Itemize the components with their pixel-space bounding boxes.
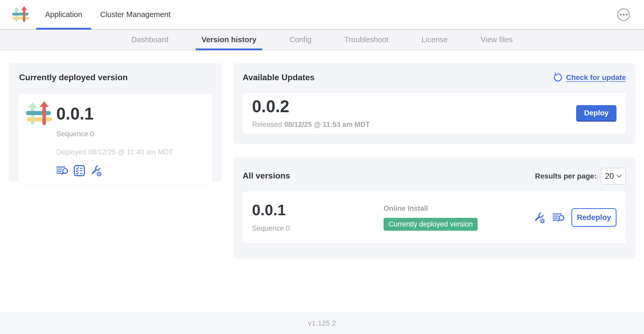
- check-for-update-link[interactable]: Check for update: [553, 73, 626, 82]
- app-logo-icon: [12, 6, 29, 23]
- main-content: Currently deployed version 0.0.1 Sequenc…: [0, 50, 644, 312]
- row-sequence: Sequence 0: [252, 224, 384, 233]
- deploy-button[interactable]: Deploy: [576, 105, 616, 122]
- update-row: 0.0.2 Released08/12/25 @ 11:53 am MDT De…: [243, 93, 626, 134]
- app-subnav: Dashboard Version history Config Trouble…: [0, 30, 644, 50]
- deployed-version-number: 0.0.1: [56, 105, 173, 122]
- ellipsis-icon: [620, 14, 621, 15]
- tab-application[interactable]: Application: [36, 0, 91, 29]
- install-type: Online Install: [384, 204, 534, 213]
- deployed-card-title: Currently deployed version: [19, 73, 212, 82]
- release-notes-icon: [56, 165, 68, 176]
- tab-license[interactable]: License: [416, 30, 454, 50]
- preflight-checks-button[interactable]: [74, 165, 85, 176]
- results-per-page-select[interactable]: 20: [601, 168, 626, 185]
- redeploy-button[interactable]: Redeploy: [571, 208, 616, 227]
- currently-deployed-badge: Currently deployed version: [384, 218, 478, 231]
- app-logo-icon: [26, 101, 52, 127]
- edit-config-icon: [534, 212, 546, 224]
- top-navbar: Application Cluster Management: [0, 0, 644, 30]
- edit-config-icon: [90, 165, 102, 177]
- deployed-version-panel: 0.0.1 Sequence 0 Deployed 08/12/25 @ 11:…: [18, 94, 212, 184]
- edit-config-button[interactable]: [534, 212, 546, 224]
- version-row-actions: Redeploy: [534, 208, 616, 227]
- console-version: v1.125.2: [308, 319, 336, 327]
- deployed-timestamp: Deployed 08/12/25 @ 11:40 am MDT: [56, 148, 173, 156]
- results-per-page: Results per page: 20: [535, 168, 626, 185]
- all-versions-card: All versions Results per page: 20 0.0.1 …: [233, 157, 635, 258]
- results-per-page-value: 20: [605, 171, 614, 181]
- preflight-checks-icon: [74, 165, 85, 176]
- release-notes-icon: [553, 212, 565, 223]
- results-per-page-label: Results per page:: [535, 172, 597, 180]
- tab-cluster-management[interactable]: Cluster Management: [91, 0, 179, 29]
- version-row-status: Online Install Currently deployed versio…: [384, 204, 534, 231]
- app-logo: [12, 0, 29, 29]
- edit-config-button[interactable]: [90, 165, 102, 177]
- available-updates-card: Available Updates Check for update 0.0.2: [233, 63, 635, 144]
- update-version-number: 0.0.2: [252, 98, 370, 115]
- version-row-info: 0.0.1 Sequence 0: [252, 202, 384, 233]
- deployed-actions: [56, 165, 173, 177]
- version-row: 0.0.1 Sequence 0 Online Install Currentl…: [243, 191, 626, 244]
- tab-config[interactable]: Config: [284, 30, 317, 50]
- release-notes-button[interactable]: [553, 212, 565, 223]
- available-updates-title: Available Updates: [243, 73, 314, 82]
- update-info: 0.0.2 Released08/12/25 @ 11:53 am MDT: [252, 98, 370, 129]
- update-released-line: Released08/12/25 @ 11:53 am MDT: [252, 121, 370, 129]
- all-versions-title: All versions: [243, 171, 290, 181]
- tab-view-files[interactable]: View files: [475, 30, 519, 50]
- deployed-version-info: 0.0.1 Sequence 0 Deployed 08/12/25 @ 11:…: [56, 101, 173, 177]
- tab-dashboard[interactable]: Dashboard: [125, 30, 174, 50]
- footer: v1.125.2: [0, 312, 644, 334]
- top-tabs: Application Cluster Management: [36, 0, 179, 29]
- release-notes-button[interactable]: [56, 165, 68, 176]
- right-column: Available Updates Check for update 0.0.2: [233, 63, 635, 258]
- tab-version-history[interactable]: Version history: [196, 30, 262, 50]
- deployed-column: Currently deployed version 0.0.1 Sequenc…: [9, 63, 222, 182]
- check-for-update-label: Check for update: [566, 73, 626, 82]
- released-prefix: Released: [252, 121, 282, 128]
- refresh-icon: [553, 73, 563, 82]
- currently-deployed-card: Currently deployed version 0.0.1 Sequenc…: [9, 63, 222, 182]
- tab-troubleshoot[interactable]: Troubleshoot: [339, 30, 394, 50]
- row-version-number: 0.0.1: [252, 202, 384, 218]
- released-timestamp: 08/12/25 @ 11:53 am MDT: [284, 121, 370, 128]
- overflow-menu-button[interactable]: [617, 8, 630, 21]
- deployed-sequence: Sequence 0: [56, 130, 173, 138]
- chevron-down-icon: [616, 175, 622, 178]
